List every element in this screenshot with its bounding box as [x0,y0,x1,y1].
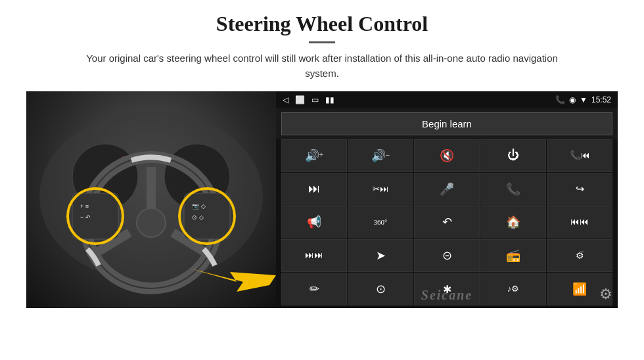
status-time: 15:52 [591,95,611,104]
power-icon[interactable]: ⏻ [480,139,546,172]
status-left: ◁ ⬜ ▭ ▮▮ [283,95,334,104]
car-image-container: + ≡ − ↶ 📷 ◇ ⊙ ◇ [26,91,276,308]
edit-icon[interactable]: ✏ [281,273,347,305]
status-right: 📞 ◉ ▼ 15:52 [555,95,611,104]
vol-up-icon[interactable]: 🔊+ [281,139,347,172]
android-ui-wrapper: ◁ ⬜ ▭ ▮▮ 📞 ◉ ▼ 15:52 Begin learn [276,91,618,308]
vol-down-icon[interactable]: 🔊− [348,139,413,172]
fast-forward-icon[interactable]: ⏭⏭ [281,239,347,272]
recents-nav-icon[interactable]: ▭ [311,95,319,104]
navigation-icon[interactable]: ➤ [348,239,413,272]
home-icon[interactable]: 🏠 [480,206,546,239]
prev-phone-icon[interactable]: 📞⏮ [547,139,612,172]
page-subtitle: Your original car's steering wheel contr… [85,51,559,81]
mute-icon[interactable]: 🔇 [414,139,480,172]
back-icon[interactable]: ↶ [414,206,480,239]
rewind-icon[interactable]: ⏮⏮ [547,206,612,239]
location-status-icon: ◉ [569,95,576,104]
svg-text:−  ↶: − ↶ [80,214,91,221]
svg-rect-10 [72,193,118,239]
svg-text:📷 ◇: 📷 ◇ [192,202,206,210]
svg-text:+  ≡: + ≡ [80,203,89,210]
music-settings-icon[interactable]: ♪⚙ [480,273,546,305]
home-nav-icon[interactable]: ⬜ [295,95,305,104]
steering-wheel-svg: + ≡ − ↶ 📷 ◇ ⊙ ◇ [26,91,276,295]
speaker-icon[interactable]: 📢 [281,206,347,239]
mic-icon[interactable]: 🎤 [414,173,480,206]
android-ui: ◁ ⬜ ▭ ▮▮ 📞 ◉ ▼ 15:52 Begin learn [276,91,618,308]
svg-rect-13 [184,193,230,239]
gear-corner-icon[interactable]: ⚙ [599,286,612,303]
car-background: + ≡ − ↶ 📷 ◇ ⊙ ◇ [26,91,276,308]
back-nav-icon[interactable]: ◁ [283,95,288,104]
hang-up-icon[interactable]: ↪ [547,173,612,206]
signal-icon: ▮▮ [325,95,334,104]
title-divider [309,41,335,43]
page-title: Steering Wheel Control [216,12,428,36]
page-container: Steering Wheel Control Your original car… [0,0,644,360]
icon-grid: 🔊+ 🔊− 🔇 ⏻ 📞⏮ ⏭ ✂⏭ 🎤 📞 ↪ 📢 360° ↶ 🏠 [276,139,618,308]
svg-marker-18 [191,269,276,292]
wifi-status-icon: ▼ [580,95,587,104]
equalizer-icon[interactable]: ⚙̈ [547,239,612,272]
phone-status-icon: 📞 [555,95,565,104]
content-row: + ≡ − ↶ 📷 ◇ ⊙ ◇ [26,91,618,308]
bluetooth-icon[interactable]: ✱ [414,273,480,305]
eject-icon[interactable]: ⊝ [414,239,480,272]
radio-icon[interactable]: 📻 [480,239,546,272]
next-track-icon[interactable]: ⏭ [281,173,347,206]
svg-point-6 [137,208,166,237]
settings2-icon[interactable]: ⊙ [348,273,413,305]
camera-360-icon[interactable]: 360° [348,206,413,239]
svg-text:⊙  ◇: ⊙ ◇ [192,214,204,221]
begin-learn-button[interactable]: Begin learn [281,112,612,135]
skip-icon[interactable]: ✂⏭ [348,173,413,206]
status-bar: ◁ ⬜ ▭ ▮▮ 📞 ◉ ▼ 15:52 [276,91,618,108]
call-icon[interactable]: 📞 [480,173,546,206]
